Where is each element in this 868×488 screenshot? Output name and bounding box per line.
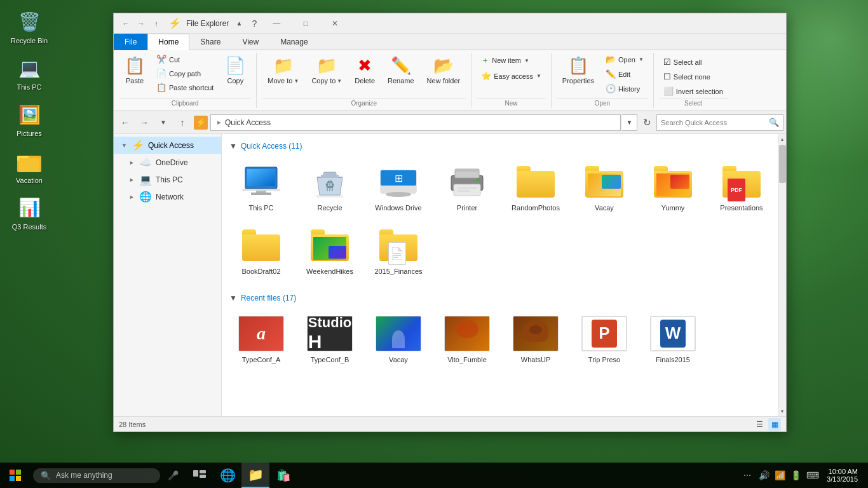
details-view-btn[interactable]: ☰	[753, 418, 766, 431]
select-none-btn[interactable]: ☐ Select none	[659, 70, 728, 83]
trip-preso-thumb: P	[581, 316, 627, 351]
desktop-icon-thispc[interactable]: 💻 This PC	[6, 53, 52, 94]
nav-back-btn[interactable]: ←	[119, 17, 133, 30]
breadcrumb[interactable]: ► Quick Access	[210, 114, 621, 131]
breadcrumb-item[interactable]: Quick Access	[225, 118, 271, 127]
new-folder-btn[interactable]: 📂 New folder	[421, 53, 466, 88]
store-btn[interactable]: 🛍️	[269, 463, 297, 488]
tab-home[interactable]: Home	[147, 34, 189, 50]
select-all-icon: ☑	[663, 57, 671, 67]
rf-item-trip-preso[interactable]: P Trip Preso	[573, 310, 636, 369]
new-buttons: ＋ New item ▼ ⭐ Easy access ▼	[477, 53, 546, 98]
qa-item-presentations[interactable]: PDF Presentations	[710, 158, 773, 217]
window-controls: ▲ ? — □ ✕	[231, 13, 349, 34]
paste-btn[interactable]: 📋 Paste	[119, 53, 151, 88]
ribbon-group-new: ＋ New item ▼ ⭐ Easy access ▼ New	[471, 53, 552, 108]
trip-preso-visual: P	[581, 315, 627, 353]
maximize-btn[interactable]: □	[291, 13, 320, 34]
qa-item-random-photos[interactable]: RandomPhotos	[504, 158, 567, 217]
rf-item-typeconf-a[interactable]: a TypeConf_A	[229, 310, 293, 369]
qa-item-printer[interactable]: Printer	[435, 158, 499, 217]
delete-btn[interactable]: ✖ Delete	[349, 53, 381, 88]
copy-btn[interactable]: 📄 Copy	[219, 53, 251, 88]
recent-files-header[interactable]: ▼ Recent files (17)	[229, 291, 773, 305]
select-label: Select	[659, 98, 728, 108]
new-item-btn[interactable]: ＋ New item ▼	[477, 53, 546, 68]
clock[interactable]: 10:00 AM 3/13/2015	[822, 468, 863, 483]
start-button[interactable]	[0, 463, 31, 488]
qa-item-windows-drive[interactable]: ⊞ Windows Drive	[367, 158, 430, 217]
desktop-icon-q3[interactable]: 📊 Q3 Results	[6, 193, 52, 234]
tab-manage[interactable]: Manage	[269, 34, 318, 50]
recent-btn[interactable]: ▼	[154, 114, 172, 132]
open-btn[interactable]: 📂 Open ▼	[601, 53, 648, 66]
ribbon-collapse-btn[interactable]: ▲	[231, 16, 247, 31]
qa-item-recycle[interactable]: ♻ Recycle	[298, 158, 362, 217]
close-btn[interactable]: ✕	[320, 13, 349, 34]
qa-item-yummy[interactable]: Yummy	[641, 158, 705, 217]
rf-item-vacay[interactable]: Vacay	[367, 310, 430, 369]
file-explorer-btn[interactable]: 📁	[241, 463, 269, 488]
battery-icon[interactable]: 🔋	[790, 470, 801, 480]
minimize-btn[interactable]: —	[262, 13, 291, 34]
tab-share[interactable]: Share	[189, 34, 231, 50]
sidebar-item-this-pc[interactable]: ► 💻 This PC	[114, 171, 221, 188]
rename-btn[interactable]: ✏️ Rename	[382, 53, 420, 88]
edit-btn[interactable]: ✏️ Edit	[601, 67, 648, 81]
tab-view[interactable]: View	[231, 34, 269, 50]
keyboard-icon[interactable]: ⌨	[806, 470, 819, 480]
desktop-icon-vacation[interactable]: Vacation	[6, 146, 52, 187]
breadcrumb-dropdown[interactable]: ▼	[622, 114, 637, 131]
large-icons-view-btn[interactable]: ▦	[768, 418, 781, 431]
scroll-down-btn[interactable]: ▼	[778, 406, 786, 416]
rf-item-typeconf-b[interactable]: StudioH TypeConf_B	[298, 310, 362, 369]
desktop-icon-recycle[interactable]: 🗑️ Recycle Bin	[6, 6, 52, 48]
scroll-thumb[interactable]	[779, 145, 786, 183]
history-btn[interactable]: 🕑 History	[601, 82, 648, 95]
move-to-btn[interactable]: 📁 Move to ▼	[262, 53, 304, 88]
show-hidden-icons[interactable]: ⋯	[738, 471, 756, 480]
copy-to-btn[interactable]: 📁 Copy to ▼	[306, 53, 348, 88]
qa-item-vacay[interactable]: Vacay	[573, 158, 636, 217]
qa-item-this-pc[interactable]: This PC	[229, 158, 293, 217]
rf-item-whatsup[interactable]: WhatsUP	[504, 310, 567, 369]
help-btn[interactable]: ?	[247, 16, 262, 31]
scroll-up-btn[interactable]: ▲	[778, 134, 786, 144]
copy-path-btn[interactable]: 📄 Copy path	[152, 67, 218, 80]
up-btn[interactable]: ↑	[173, 114, 191, 132]
rf-item-finals2015[interactable]: W Finals2015	[641, 310, 705, 369]
search-input[interactable]	[661, 119, 766, 126]
back-btn[interactable]: ←	[116, 114, 134, 132]
easy-access-btn[interactable]: ⭐ Easy access ▼	[477, 69, 546, 83]
desktop-icon-pictures[interactable]: 🖼️ Pictures	[6, 99, 52, 140]
qa-item-bookdraft[interactable]: BookDraft02	[229, 222, 293, 280]
title-bar: ← → ↑ ⚡ File Explorer ▲ ? — □ ✕	[114, 13, 786, 34]
recycle-visual: ♻	[307, 163, 353, 201]
volume-icon[interactable]: 🔊	[759, 470, 770, 480]
nav-forward-btn[interactable]: →	[134, 17, 148, 30]
invert-selection-btn[interactable]: ⬜ Invert selection	[659, 85, 728, 98]
select-all-btn[interactable]: ☑ Select all	[659, 55, 728, 69]
cut-btn[interactable]: ✂️ Cut	[152, 53, 218, 66]
taskbar-search[interactable]: 🔍 Ask me anything	[33, 468, 160, 483]
sidebar-item-network[interactable]: ► 🌐 Network	[114, 188, 221, 205]
nav-up-btn[interactable]: ↑	[149, 17, 163, 30]
properties-btn[interactable]: 📋 Properties	[557, 53, 600, 88]
svg-rect-30	[10, 470, 15, 475]
network-tray-icon[interactable]: 📶	[775, 470, 785, 480]
mic-btn[interactable]: 🎤	[163, 463, 183, 488]
task-view-btn[interactable]	[186, 463, 214, 488]
ie-icon: 🌐	[220, 468, 236, 483]
tab-file[interactable]: File	[114, 34, 147, 50]
qa-item-weekendhikes[interactable]: WeekendHikes	[298, 222, 362, 280]
paste-shortcut-btn[interactable]: 📋 Paste shortcut	[152, 81, 218, 94]
refresh-btn[interactable]: ↻	[639, 114, 655, 131]
ie-btn[interactable]: 🌐	[214, 463, 241, 488]
sidebar-item-onedrive[interactable]: ► ☁️ OneDrive	[114, 154, 221, 171]
forward-btn[interactable]: →	[135, 114, 153, 132]
sidebar-item-quick-access[interactable]: ▼ ⚡ Quick Access	[114, 137, 221, 154]
qa-item-2015finances[interactable]: 2015_Finances	[367, 222, 430, 280]
recycle-bin-icon: 🗑️	[17, 9, 42, 34]
rf-item-vito[interactable]: Vito_Fumble	[435, 310, 499, 369]
quick-access-header[interactable]: ▼ Quick Access (11)	[229, 139, 773, 153]
